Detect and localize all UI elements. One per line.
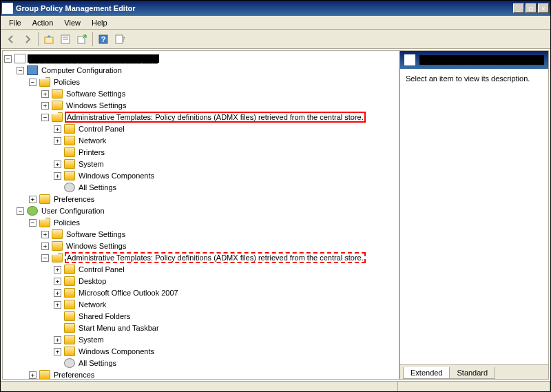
tree-start-menu[interactable]: Start Menu and Taskbar bbox=[54, 322, 397, 333]
expand-icon[interactable]: + bbox=[54, 348, 61, 355]
tree-network-user[interactable]: +Network bbox=[54, 299, 397, 310]
menu-action[interactable]: Action bbox=[27, 17, 59, 28]
tab-extCOded[interactable]: Extended bbox=[403, 367, 450, 379]
minimize-button[interactable]: _ bbox=[513, 3, 524, 13]
expand-icon[interactable]: + bbox=[29, 371, 37, 379]
tree-software-settings-user[interactable]: +Software Settings bbox=[41, 229, 397, 240]
tree-user-configuration[interactable]: − User Configuration bbox=[17, 205, 397, 216]
node-label: Computer Configuration bbox=[40, 66, 123, 74]
folder-icon bbox=[64, 147, 75, 157]
node-label: User Configuration bbox=[40, 207, 106, 215]
folder-open-icon bbox=[39, 218, 50, 227]
titlebar: Group Policy Management Editor _ □ ✕ bbox=[1, 1, 550, 16]
folder-icon bbox=[64, 311, 75, 321]
tree-windows-settings[interactable]: +Windows Settings bbox=[41, 100, 397, 111]
tab-standard[interactable]: Standard bbox=[449, 367, 495, 379]
collapse-icon[interactable]: − bbox=[29, 79, 37, 86]
tree-all-settings-user[interactable]: All Settings bbox=[54, 358, 397, 369]
tree-control-panel-user[interactable]: +Control Panel bbox=[54, 264, 397, 275]
expand-icon[interactable]: + bbox=[54, 266, 61, 274]
expand-icon[interactable]: + bbox=[54, 172, 61, 180]
node-label: Microsoft Office Outlook 2007 bbox=[77, 289, 180, 297]
collapse-icon[interactable]: − bbox=[41, 254, 49, 262]
expand-icon[interactable]: + bbox=[54, 137, 61, 145]
expand-icon[interactable]: + bbox=[54, 289, 61, 297]
tree-printers[interactable]: Printers bbox=[54, 147, 397, 158]
menu-help[interactable]: Help bbox=[86, 17, 113, 28]
up-button[interactable] bbox=[41, 32, 56, 47]
collapse-icon[interactable]: − bbox=[17, 67, 24, 74]
node-label: Control Panel bbox=[77, 265, 126, 274]
expand-icon[interactable]: + bbox=[54, 125, 61, 133]
back-button[interactable] bbox=[3, 32, 19, 47]
status-right bbox=[398, 382, 550, 392]
tree-root[interactable]: − ████████████████████████ bbox=[4, 53, 397, 64]
expand-icon[interactable]: + bbox=[41, 90, 49, 98]
tree-windows-components-user[interactable]: +Windows Components bbox=[54, 346, 397, 357]
export-button[interactable] bbox=[74, 32, 90, 47]
tree-outlook[interactable]: +Microsoft Office Outlook 2007 bbox=[54, 287, 397, 298]
close-button[interactable]: ✕ bbox=[538, 3, 549, 13]
tree-preferences[interactable]: +Preferences bbox=[29, 194, 397, 205]
expand-icon[interactable]: + bbox=[29, 196, 37, 203]
expand-icon[interactable]: + bbox=[54, 161, 61, 168]
folder-open-icon bbox=[52, 253, 63, 262]
tree-all-settings[interactable]: All Settings bbox=[54, 182, 397, 193]
tree-desktop[interactable]: +Desktop bbox=[54, 276, 397, 287]
node-label: All Settings bbox=[77, 183, 118, 192]
collapse-icon[interactable]: − bbox=[41, 114, 49, 121]
tree-pane[interactable]: − ████████████████████████ − Computer Co… bbox=[3, 51, 400, 379]
menu-view[interactable]: View bbox=[59, 17, 86, 28]
folder-icon bbox=[64, 300, 75, 309]
tree-network[interactable]: +Network bbox=[54, 135, 397, 146]
svg-rect-0 bbox=[45, 37, 53, 43]
expand-icon[interactable]: + bbox=[41, 102, 49, 110]
description-header: ████████████ bbox=[400, 51, 548, 69]
folder-icon bbox=[39, 194, 50, 204]
policy-icon bbox=[14, 54, 25, 63]
node-label: Desktop bbox=[77, 277, 107, 285]
tree-software-settings[interactable]: +Software Settings bbox=[41, 88, 397, 99]
expand-icon[interactable]: + bbox=[54, 301, 61, 309]
help-button[interactable]: ? bbox=[96, 32, 111, 47]
tree-shared-folders[interactable]: Shared Folders bbox=[54, 311, 397, 322]
folder-open-icon bbox=[52, 112, 63, 122]
forward-button[interactable] bbox=[20, 32, 35, 47]
tree-policies-user[interactable]: − Policies bbox=[29, 217, 397, 228]
maximize-button[interactable]: □ bbox=[526, 3, 537, 13]
settings-icon bbox=[64, 358, 75, 368]
node-label: All Settings bbox=[77, 359, 118, 367]
svg-rect-7 bbox=[116, 35, 123, 43]
tree-computer-configuration[interactable]: − Computer Configuration bbox=[17, 65, 397, 76]
collapse-icon[interactable]: − bbox=[4, 55, 12, 63]
tabs: Extended Standard bbox=[400, 364, 548, 379]
tree-system[interactable]: +System bbox=[54, 158, 397, 169]
root-label: ████████████████████████ bbox=[28, 54, 159, 63]
tree-windows-components[interactable]: +Windows Components bbox=[54, 170, 397, 181]
expand-icon[interactable]: + bbox=[54, 336, 61, 344]
expand-icon[interactable]: + bbox=[41, 231, 49, 238]
expand-icon[interactable]: + bbox=[54, 278, 61, 285]
filter-button[interactable] bbox=[112, 32, 127, 47]
expand-icon[interactable]: + bbox=[41, 243, 49, 250]
node-label: Policies bbox=[52, 78, 81, 86]
folder-icon bbox=[39, 370, 50, 379]
menu-file[interactable]: File bbox=[3, 17, 27, 28]
tree-policies[interactable]: − Policies bbox=[29, 76, 397, 87]
folder-icon bbox=[52, 101, 63, 110]
collapse-icon[interactable]: − bbox=[17, 207, 24, 215]
node-label: Windows Settings bbox=[65, 242, 127, 250]
tree-admin-templates-computer[interactable]: − Administrative Templates: Policy defin… bbox=[41, 112, 397, 123]
collapse-icon[interactable]: − bbox=[29, 219, 37, 227]
tree-admin-templates-user[interactable]: − Administrative Templates: Policy defin… bbox=[41, 252, 397, 263]
content-area: − ████████████████████████ − Computer Co… bbox=[2, 50, 549, 380]
tree-windows-settings-user[interactable]: +Windows Settings bbox=[41, 240, 397, 251]
node-label: Administrative Templates: Policy definit… bbox=[65, 112, 366, 123]
tree-control-panel[interactable]: +Control Panel bbox=[54, 123, 397, 134]
node-label: Shared Folders bbox=[77, 312, 132, 320]
tree-system-user[interactable]: +System bbox=[54, 334, 397, 345]
menubar: File Action View Help bbox=[1, 16, 550, 30]
description-text: Select an item to view its description. bbox=[406, 74, 530, 83]
tree-preferences-user[interactable]: +Preferences bbox=[29, 369, 397, 379]
properties-button[interactable] bbox=[58, 32, 73, 47]
